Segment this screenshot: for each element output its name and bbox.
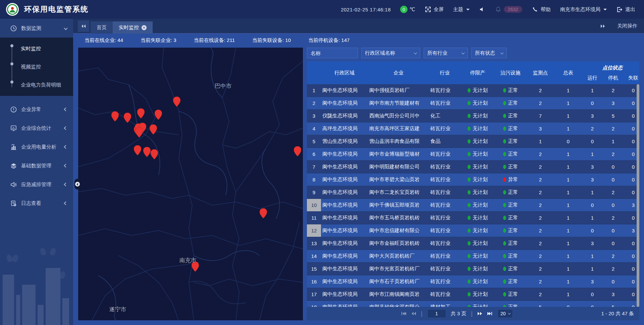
cell-meter: 1 bbox=[554, 113, 582, 119]
stats-icon bbox=[10, 125, 17, 131]
cell-run: 3 bbox=[582, 113, 603, 119]
cell-industry: 砖瓦行业 bbox=[429, 189, 461, 196]
cell-run: 3 bbox=[582, 279, 603, 284]
table-body: 1 阆中生态环境局 阆中强锐页岩砖厂 砖瓦行业 无计划 正常 2 1 1 2 0… bbox=[307, 84, 639, 307]
status-dot bbox=[503, 152, 506, 156]
cell-facility: 正常 bbox=[495, 304, 526, 307]
cell-stop: 0 bbox=[603, 164, 624, 170]
table-row[interactable]: 5 营山生态环境局 营山县润丰肉食品有限 食品 无计划 正常 1 0 0 1 0 bbox=[307, 135, 639, 148]
cell-limit: 无计划 bbox=[461, 151, 495, 157]
filter-row: 行政区域名称 所有行业 所有状态 bbox=[307, 48, 639, 58]
user-org-menu[interactable]: 南充市生态环境局 bbox=[560, 6, 607, 13]
map-pin[interactable] bbox=[124, 113, 131, 123]
sidebar-collapse-handle[interactable] bbox=[74, 179, 80, 189]
name-filter-input[interactable] bbox=[307, 48, 358, 58]
prev-page-button[interactable] bbox=[411, 312, 416, 316]
cell-meter: 1 bbox=[554, 291, 582, 297]
col-region: 行政区域 bbox=[321, 70, 368, 76]
map-pin[interactable] bbox=[143, 147, 151, 157]
sidebar: 数据监测 实时监控 视频监控 企业电力负荷明细 企业异常 企业综合统计 bbox=[0, 19, 73, 325]
status-dot bbox=[503, 279, 506, 284]
map-pin[interactable] bbox=[151, 149, 158, 159]
sidebar-item-log-view[interactable]: 日志查看 bbox=[0, 194, 73, 213]
table-row[interactable]: 1 阆中生态环境局 阆中强锐页岩砖厂 砖瓦行业 无计划 正常 2 1 1 2 0 bbox=[307, 84, 639, 97]
table-row[interactable]: 9 阆中生态环境局 阆中市二龙长宝页岩砖 砖瓦行业 无计划 正常 2 1 1 2… bbox=[307, 186, 639, 199]
map-city-label: 巴中市 bbox=[215, 82, 232, 90]
cell-run: 0 bbox=[582, 304, 603, 307]
cell-run: 1 bbox=[582, 266, 603, 272]
status-filter-select[interactable]: 所有状态 bbox=[471, 48, 507, 58]
tabs-scroll-right-button[interactable] bbox=[597, 20, 608, 32]
cell-stop: 2 bbox=[603, 151, 624, 157]
sidebar-item-company-statistics[interactable]: 企业综合统计 bbox=[0, 119, 73, 138]
industry-filter-select[interactable]: 所有行业 bbox=[424, 48, 468, 58]
sidebar-item-power-load-detail[interactable]: 企业电力负荷明细 bbox=[0, 76, 73, 94]
cell-company: 西南油气田分公司川中 bbox=[368, 113, 429, 119]
tab-close-icon[interactable]: ✕ bbox=[142, 25, 147, 30]
map-pin[interactable] bbox=[137, 108, 145, 118]
cell-limit: 无计划 bbox=[461, 113, 495, 119]
map-pin[interactable] bbox=[155, 110, 162, 120]
table-row[interactable]: 17 阆中生态环境局 阆中市江南镇阆南页岩 砖瓦行业 无计划 正常 2 1 0 … bbox=[307, 288, 639, 301]
first-page-button[interactable] bbox=[401, 312, 407, 316]
table-row[interactable]: 14 阆中生态环境局 阆中大兴页岩机砖厂 砖瓦行业 无计划 正常 2 1 1 2… bbox=[307, 250, 639, 263]
status-dot bbox=[503, 267, 506, 271]
notification-area[interactable]: 2632 bbox=[495, 6, 522, 13]
sidebar-item-company-abnormal[interactable]: 企业异常 bbox=[0, 100, 73, 119]
status-dot bbox=[503, 165, 506, 169]
status-dot bbox=[503, 254, 506, 258]
tab-home[interactable]: 首页 bbox=[91, 21, 113, 34]
close-operations-button[interactable]: 关闭操作 bbox=[617, 23, 637, 29]
region-filter-select[interactable]: 行政区域名称 bbox=[361, 48, 420, 58]
sidebar-item-realtime-monitoring[interactable]: 实时监控 bbox=[0, 40, 73, 58]
chevron-down-icon bbox=[414, 51, 417, 54]
last-page-button[interactable] bbox=[487, 312, 493, 316]
table-row[interactable]: 8 阆中生态环境局 阆中市枣碧大梁山页岩 砖瓦行业 无计划 异常 2 1 3 0… bbox=[307, 173, 639, 186]
table-row[interactable]: 18 南部生态环境局 南部县砂华水泥有限公 建材加工 无计划 正常 5 0 0 … bbox=[307, 301, 639, 307]
table-row[interactable]: 16 阆中生态环境局 阆中市石子页岩机砖厂 砖瓦行业 无计划 正常 2 1 3 … bbox=[307, 275, 639, 288]
tab-realtime-monitoring[interactable]: 实时监控 ✕ bbox=[113, 21, 153, 34]
cell-stop: 2 bbox=[603, 126, 624, 131]
logout-button[interactable]: 退出 bbox=[616, 6, 635, 13]
table-row[interactable]: 7 阆中生态环境局 阆中明阳建材有限公司 砖瓦行业 无计划 正常 2 1 3 0… bbox=[307, 161, 639, 173]
table-row[interactable]: 11 阆中生态环境局 阆中市五马桥页岩机砖 砖瓦行业 无计划 正常 2 1 1 … bbox=[307, 212, 639, 224]
sidebar-item-emergency-reduction[interactable]: 应急减排管理 bbox=[0, 175, 73, 194]
cell-industry: 砖瓦行业 bbox=[429, 215, 461, 221]
table-row[interactable]: 3 仪陇生态环境局 西南油气田分公司川中 化工 无计划 正常 7 1 3 5 0 bbox=[307, 110, 639, 122]
table-scrollbar[interactable] bbox=[637, 84, 639, 307]
cell-stop: 2 bbox=[603, 215, 624, 221]
next-page-button[interactable] bbox=[477, 312, 482, 316]
table-row[interactable]: 2 阆中生态环境局 阆中市南方节能建材有 砖瓦行业 无计划 正常 2 1 0 3… bbox=[307, 97, 639, 110]
table-row[interactable]: 13 阆中生态环境局 阆中市金福旺页岩机砖 砖瓦行业 无计划 正常 2 1 3 … bbox=[307, 237, 639, 250]
fullscreen-button[interactable]: 全屏 bbox=[425, 6, 444, 13]
map[interactable]: 巴中市南充市遂宁市 bbox=[78, 48, 303, 320]
theme-menu[interactable]: 主题 bbox=[453, 6, 470, 13]
table-row[interactable]: 10 阆中生态环境局 阆中千佛镇五郎垭页岩 砖瓦行业 无计划 正常 2 1 0 … bbox=[307, 199, 639, 212]
tabs-scroll-left-button[interactable] bbox=[78, 20, 89, 32]
sidebar-item-power-usage-analysis[interactable]: 企业用电量分析 bbox=[0, 138, 73, 156]
table-row[interactable]: 15 阆中生态环境局 阆中市光富页岩机砖厂 砖瓦行业 无计划 正常 2 1 1 … bbox=[307, 263, 639, 275]
table-row[interactable]: 6 阆中生态环境局 阆中市金博瑞新型墙材 砖瓦行业 无计划 正常 2 1 1 2… bbox=[307, 148, 639, 161]
cell-region: 阆中生态环境局 bbox=[321, 100, 368, 106]
help-button[interactable]: 帮助 bbox=[532, 6, 551, 13]
cell-facility: 正常 bbox=[495, 227, 526, 234]
map-pin[interactable] bbox=[136, 127, 143, 138]
sidebar-item-data-monitoring[interactable]: 数据监测 bbox=[0, 19, 73, 38]
page-size-select[interactable]: 20 bbox=[497, 309, 513, 318]
cell-points: 2 bbox=[526, 266, 554, 272]
map-pin[interactable] bbox=[173, 97, 180, 107]
sidebar-item-base-data-management[interactable]: 基础数据管理 bbox=[0, 156, 73, 175]
mute-button[interactable] bbox=[479, 6, 486, 13]
map-pin[interactable] bbox=[111, 111, 119, 121]
sidebar-item-video-monitoring[interactable]: 视频监控 bbox=[0, 58, 73, 76]
status-dot bbox=[503, 305, 506, 307]
stats-bar: 当前在线企业: 44当前失联企业: 3当前在线设备: 211当前失联设备: 10… bbox=[73, 34, 644, 47]
table-row[interactable]: 4 高坪生态环境局 南充市高坪区王家店建 砖瓦行业 无计划 正常 3 1 2 2… bbox=[307, 122, 639, 135]
map-pin[interactable] bbox=[294, 146, 301, 156]
map-pin[interactable] bbox=[150, 124, 157, 134]
map-pin[interactable] bbox=[260, 208, 267, 218]
page-number-input[interactable] bbox=[427, 309, 446, 318]
table-row[interactable]: 12 阆中生态环境局 阆中市忠信建材有限公 砖瓦行业 无计划 正常 2 1 0 … bbox=[307, 224, 639, 237]
status-dot bbox=[468, 165, 471, 169]
map-pin[interactable] bbox=[134, 145, 141, 155]
